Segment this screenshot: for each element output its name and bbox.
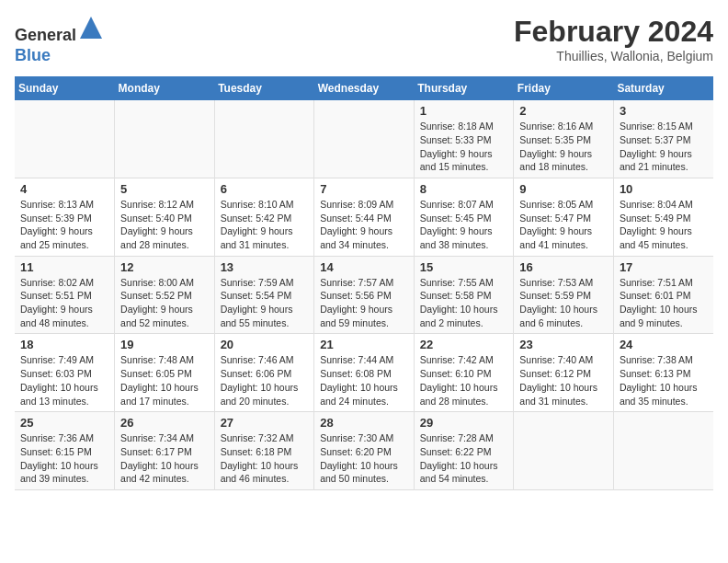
day-info: Sunrise: 7:49 AM Sunset: 6:03 PM Dayligh… [20,353,110,408]
svg-marker-0 [80,17,102,39]
calendar-day-cell: 20Sunrise: 7:46 AM Sunset: 6:06 PM Dayli… [214,334,314,412]
calendar-day-cell: 16Sunrise: 7:53 AM Sunset: 5:59 PM Dayli… [514,256,614,334]
day-info: Sunrise: 7:44 AM Sunset: 6:08 PM Dayligh… [320,353,410,408]
calendar-table: SundayMondayTuesdayWednesdayThursdayFrid… [15,76,713,490]
day-number: 27 [221,416,311,430]
day-number: 17 [620,260,710,274]
day-info: Sunrise: 7:48 AM Sunset: 6:05 PM Dayligh… [120,353,210,408]
calendar-header-row: SundayMondayTuesdayWednesdayThursdayFrid… [15,76,713,100]
calendar-day-cell [15,100,115,178]
logo-icon [78,15,104,40]
day-number: 20 [221,338,311,351]
day-number: 3 [620,104,710,118]
calendar-day-header: Tuesday [214,76,314,100]
calendar-day-header: Friday [514,76,614,100]
day-number: 16 [519,260,609,274]
calendar-day-cell [613,412,713,490]
calendar-day-cell: 21Sunrise: 7:44 AM Sunset: 6:08 PM Dayli… [314,334,415,412]
calendar-day-cell: 22Sunrise: 7:42 AM Sunset: 6:10 PM Dayli… [414,334,514,412]
calendar-day-cell: 25Sunrise: 7:36 AM Sunset: 6:15 PM Dayli… [15,412,115,490]
calendar-day-cell: 6Sunrise: 8:10 AM Sunset: 5:42 PM Daylig… [214,178,314,256]
day-info: Sunrise: 7:59 AM Sunset: 5:54 PM Dayligh… [221,276,311,330]
title-section: February 2024 Thuillies, Wallonia, Belgi… [514,15,713,63]
day-number: 13 [221,260,311,274]
day-info: Sunrise: 7:55 AM Sunset: 5:58 PM Dayligh… [420,276,510,330]
day-info: Sunrise: 8:09 AM Sunset: 5:44 PM Dayligh… [320,198,410,252]
calendar-week-row: 25Sunrise: 7:36 AM Sunset: 6:15 PM Dayli… [15,412,713,490]
day-number: 15 [420,260,510,274]
calendar-day-cell: 13Sunrise: 7:59 AM Sunset: 5:54 PM Dayli… [214,256,314,334]
calendar-day-cell: 7Sunrise: 8:09 AM Sunset: 5:44 PM Daylig… [314,178,415,256]
day-info: Sunrise: 8:05 AM Sunset: 5:47 PM Dayligh… [519,198,609,252]
calendar-week-row: 11Sunrise: 8:02 AM Sunset: 5:51 PM Dayli… [15,256,713,334]
day-number: 8 [420,182,510,196]
day-info: Sunrise: 8:13 AM Sunset: 5:39 PM Dayligh… [20,198,110,252]
calendar-day-cell: 27Sunrise: 7:32 AM Sunset: 6:18 PM Dayli… [214,412,314,490]
calendar-week-row: 18Sunrise: 7:49 AM Sunset: 6:03 PM Dayli… [15,334,713,412]
day-number: 11 [20,260,110,274]
calendar-day-cell: 10Sunrise: 8:04 AM Sunset: 5:49 PM Dayli… [613,178,713,256]
day-info: Sunrise: 7:28 AM Sunset: 6:22 PM Dayligh… [420,431,510,486]
calendar-day-cell: 8Sunrise: 8:07 AM Sunset: 5:45 PM Daylig… [414,178,514,256]
calendar-day-cell: 18Sunrise: 7:49 AM Sunset: 6:03 PM Dayli… [15,334,115,412]
day-info: Sunrise: 8:00 AM Sunset: 5:52 PM Dayligh… [120,276,210,330]
day-info: Sunrise: 8:07 AM Sunset: 5:45 PM Dayligh… [420,198,510,252]
calendar-day-cell: 1Sunrise: 8:18 AM Sunset: 5:33 PM Daylig… [414,100,514,178]
page-header: General Blue February 2024 Thuillies, Wa… [15,15,713,65]
calendar-day-cell: 9Sunrise: 8:05 AM Sunset: 5:47 PM Daylig… [514,178,614,256]
calendar-day-cell [314,100,415,178]
day-info: Sunrise: 7:38 AM Sunset: 6:13 PM Dayligh… [620,353,710,408]
day-info: Sunrise: 7:53 AM Sunset: 5:59 PM Dayligh… [519,276,609,330]
calendar-day-cell: 14Sunrise: 7:57 AM Sunset: 5:56 PM Dayli… [314,256,415,334]
location-subtitle: Thuillies, Wallonia, Belgium [514,49,713,63]
calendar-day-cell: 28Sunrise: 7:30 AM Sunset: 6:20 PM Dayli… [314,412,415,490]
calendar-day-cell: 11Sunrise: 8:02 AM Sunset: 5:51 PM Dayli… [15,256,115,334]
day-number: 19 [120,338,210,351]
day-number: 1 [420,104,510,118]
logo: General Blue [15,15,104,65]
day-number: 28 [320,416,410,430]
day-info: Sunrise: 8:16 AM Sunset: 5:35 PM Dayligh… [519,120,609,174]
day-number: 12 [120,260,210,274]
day-info: Sunrise: 8:10 AM Sunset: 5:42 PM Dayligh… [221,198,311,252]
day-number: 25 [20,416,110,430]
calendar-day-header: Thursday [414,76,514,100]
calendar-day-header: Wednesday [314,76,415,100]
calendar-day-cell: 4Sunrise: 8:13 AM Sunset: 5:39 PM Daylig… [15,178,115,256]
calendar-day-cell: 19Sunrise: 7:48 AM Sunset: 6:05 PM Dayli… [115,334,215,412]
calendar-day-cell: 26Sunrise: 7:34 AM Sunset: 6:17 PM Dayli… [115,412,215,490]
calendar-day-cell [115,100,215,178]
day-number: 29 [420,416,510,430]
day-number: 5 [120,182,210,196]
day-number: 23 [519,338,609,351]
day-info: Sunrise: 7:32 AM Sunset: 6:18 PM Dayligh… [221,431,311,486]
calendar-day-cell: 5Sunrise: 8:12 AM Sunset: 5:40 PM Daylig… [115,178,215,256]
calendar-day-header: Sunday [15,76,115,100]
day-number: 24 [620,338,710,351]
day-info: Sunrise: 8:02 AM Sunset: 5:51 PM Dayligh… [20,276,110,330]
day-info: Sunrise: 8:15 AM Sunset: 5:37 PM Dayligh… [620,120,710,174]
calendar-day-header: Saturday [613,76,713,100]
day-info: Sunrise: 8:12 AM Sunset: 5:40 PM Dayligh… [120,198,210,252]
day-info: Sunrise: 7:57 AM Sunset: 5:56 PM Dayligh… [320,276,410,330]
logo-general-text: General [15,26,76,44]
calendar-day-header: Monday [115,76,215,100]
logo-blue-text: Blue [15,46,51,64]
calendar-week-row: 1Sunrise: 8:18 AM Sunset: 5:33 PM Daylig… [15,100,713,178]
calendar-day-cell: 15Sunrise: 7:55 AM Sunset: 5:58 PM Dayli… [414,256,514,334]
calendar-day-cell: 23Sunrise: 7:40 AM Sunset: 6:12 PM Dayli… [514,334,614,412]
day-info: Sunrise: 7:46 AM Sunset: 6:06 PM Dayligh… [221,353,311,408]
day-number: 9 [519,182,609,196]
day-info: Sunrise: 7:51 AM Sunset: 6:01 PM Dayligh… [620,276,710,330]
calendar-day-cell: 3Sunrise: 8:15 AM Sunset: 5:37 PM Daylig… [613,100,713,178]
day-number: 10 [620,182,710,196]
day-info: Sunrise: 7:30 AM Sunset: 6:20 PM Dayligh… [320,431,410,486]
calendar-day-cell: 2Sunrise: 8:16 AM Sunset: 5:35 PM Daylig… [514,100,614,178]
day-info: Sunrise: 7:40 AM Sunset: 6:12 PM Dayligh… [519,353,609,408]
day-number: 2 [519,104,609,118]
day-number: 14 [320,260,410,274]
day-info: Sunrise: 7:42 AM Sunset: 6:10 PM Dayligh… [420,353,510,408]
day-info: Sunrise: 7:34 AM Sunset: 6:17 PM Dayligh… [120,431,210,486]
day-number: 7 [320,182,410,196]
calendar-day-cell: 29Sunrise: 7:28 AM Sunset: 6:22 PM Dayli… [414,412,514,490]
